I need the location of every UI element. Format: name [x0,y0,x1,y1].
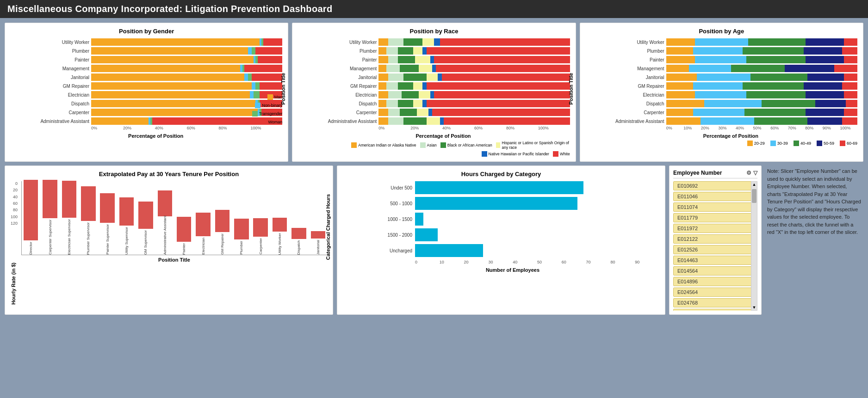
chart1-bar-row: Painter [29,56,282,63]
slicer-item[interactable]: E011972 [673,224,757,233]
chart1-bar-row: Administrative Assistant [29,117,282,125]
chart5-bar-row: 1500 - 2000 [366,228,659,241]
slicer-panel: Employee Number ⚙ ▽ E010692E011046E01107… [669,165,762,315]
chart4-bar-col: Electrician Supervisor [60,181,78,255]
chart-position-gender: Position by Gender Position Title Utilit… [5,23,288,162]
chart5-axis: 0102030405060708090 [415,260,659,264]
slicer-icons: ⚙ ▽ [746,170,757,176]
chart5-bar-row: Under 500 [366,181,659,194]
chart1-title: Position by Gender [11,28,282,35]
chart1-legend: ManNon-binaryTransgenderWoman [245,94,282,125]
chart4-xlabel: Position Title [21,257,327,263]
chart2-axis: 0%20%40%60%80%100% [378,126,570,130]
chart3-bar-row: GM Repairer [604,82,857,90]
chart2-xlabel: Percentage of Position [316,133,570,139]
slicer-scrollbar[interactable]: ▲ ▼ [751,181,757,311]
chart2-bar-row: Management [316,65,570,72]
slicer-item[interactable]: E011074 [673,202,757,212]
chart3-bar-row: Carpenter [604,109,857,116]
chart-extrapolated-pay: Extrapolated Pay at 30 Years Tenure Per … [5,165,333,315]
note-text: Note: Slicer "Employee Number" can be us… [767,168,861,235]
slicer-item[interactable]: E012122 [673,234,757,244]
chart2-bar-row: Electrician [316,91,570,98]
chart1-bar-row: Plumber [29,47,282,55]
chart4-bar-col: Plumber Supervisor [79,186,97,255]
slicer-item[interactable]: E024564 [673,288,757,297]
chart2-bar-row: Carpenter [316,109,570,116]
chart1-bars: Utility WorkerPlumberPainterManagementJa… [29,38,282,125]
header-title: Miscellaneous Company Incorporated: Liti… [7,4,332,14]
slicer-item[interactable]: E024768 [673,298,757,307]
chart1-xlabel: Percentage of Position [29,133,282,139]
chart3-bar-row: Painter [604,56,857,63]
chart4-bar-col: Janitorial [309,231,327,255]
scroll-up-arrow[interactable]: ▲ [752,182,757,187]
slicer-item-partial[interactable]: E024768 [673,309,757,311]
chart3-bar-row: Management [604,65,857,72]
chart3-bar-row: Dispatch [604,100,857,107]
header: Miscellaneous Company Incorporated: Liti… [0,0,868,18]
chart2-bars: Utility WorkerPlumberPainterManagementJa… [316,38,570,125]
chart3-axis: 0%10%20%30%40%50%60%70%80%90%100% [666,126,857,130]
slicer-item[interactable]: E010692 [673,181,757,190]
slicer-item[interactable]: E014896 [673,277,757,286]
chart1-bar-row: Janitorial [29,73,282,81]
chart-position-race: Position by Race Position Title Utility … [292,23,576,162]
chart4-bar-col: GM Repairer [213,210,231,255]
chart4-bar-col: Utility Supervisor [118,197,136,255]
chart1-bar-row: Electrician [29,91,282,98]
chart3-xlabel: Percentage of Position [604,133,857,139]
chart4-ylabel: Hourly Rate (in $) [11,263,16,305]
chart3-legend: 20-2930-3940-4950-5960-69 [586,141,857,146]
chart5-xlabel: Number of Employees [366,267,659,273]
dashboard-body: Position by Gender Position Title Utilit… [0,18,868,319]
top-row: Position by Gender Position Title Utilit… [5,23,863,162]
chart3-bar-row: Electrician [604,91,857,98]
chart5-title: Hours Charged by Category [343,171,659,178]
chart4-bar-col: Utility Worker [271,218,289,255]
chart2-bar-row: Administrative Assistant [316,117,570,125]
chart4-bar-col: Painter Supervisor [99,193,117,255]
chart2-legend: American Indian or Alaska NativeAsianBla… [298,141,570,157]
chart4-bar-col: Dispatch [290,228,308,255]
chart1-bar-row: GM Repairer [29,82,282,90]
chart5-bar-row: 1000 - 1500 [366,213,659,226]
slicer-item[interactable]: E011046 [673,192,757,201]
slicer-title: Employee Number [673,170,722,176]
slicer-item[interactable]: E014564 [673,266,757,276]
slicer-list: E010692E011046E011074E011779E011972E0121… [673,181,757,311]
chart2-ylabel: Position Title [280,73,286,104]
chart4-bar-col: Carpenter [252,218,270,255]
chart2-bar-row: Plumber [316,47,570,55]
chart4-bar-col: Carpenter Supervisor [41,180,59,255]
chart4-yaxis: 020406080100120 [11,181,19,263]
chart1-axis: 0%20%40%60%80%100% [91,126,282,130]
chart5-bar-row: 500 - 1000 [366,197,659,210]
scroll-down-arrow[interactable]: ▼ [752,305,757,310]
chart4-bar-col: Plumber [232,219,250,255]
scroll-thumb[interactable] [752,189,756,203]
chart3-bar-row: Plumber [604,47,857,55]
slicer-item[interactable]: E014463 [673,256,757,265]
slicer-item[interactable]: E012526 [673,245,757,254]
chart5-ylabel: Categorical Charged Hours [325,194,331,260]
chart5-bar-row: Uncharged [366,244,659,257]
chart4-bar-col: Administrative Assistant [156,190,174,255]
note-panel: Note: Slicer "Employee Number" can be us… [765,165,863,315]
bottom-row: Extrapolated Pay at 30 Years Tenure Per … [5,165,863,315]
chart3-bar-row: Janitorial [604,73,857,81]
chart2-bar-row: Janitorial [316,73,570,81]
chart4-bar-col: Painter [175,217,193,255]
chart-hours-charged: Hours Charged by Category Categorical Ch… [337,165,665,315]
chart3-bar-row: Administrative Assistant [604,117,857,125]
slicer-filter-icon[interactable]: ⚙ [746,170,751,176]
chart1-bar-row: Dispatch [29,100,282,107]
slicer-header: Employee Number ⚙ ▽ [673,170,757,178]
chart3-bar-row: Utility Worker [604,38,857,46]
chart1-bar-row: Management [29,65,282,72]
chart4-bar-col: Electrician [194,213,212,255]
slicer-clear-icon[interactable]: ▽ [753,170,757,176]
chart-position-age: Position by Age Position Title Utility W… [580,23,863,162]
chart3-ylabel: Position Title [568,73,574,104]
slicer-item[interactable]: E011779 [673,213,757,222]
